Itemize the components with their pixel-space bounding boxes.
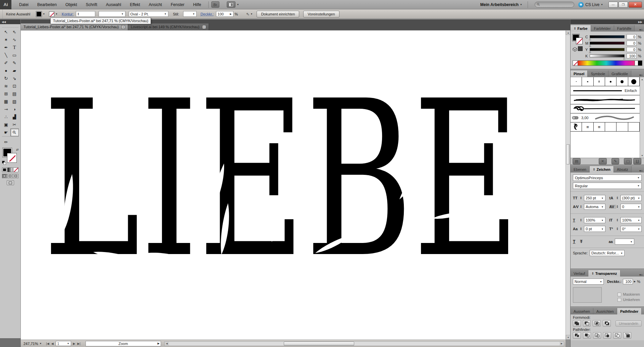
vertical-scrollbar[interactable]: ▲ ▼ — [566, 30, 570, 340]
tab-ausrichten[interactable]: Ausrichten — [593, 308, 617, 314]
none-paint-button[interactable] — [13, 167, 18, 172]
artboard-number-dropdown[interactable]: 1 ▼ — [56, 341, 71, 346]
rotate-tool[interactable]: ↻ — [2, 75, 10, 82]
menu-ansicht[interactable]: Ansicht — [145, 0, 166, 9]
fill-color-arrow-icon[interactable]: ▼ — [43, 13, 45, 15]
tab-farbhilfe[interactable]: Farbhilfe — [614, 25, 635, 32]
direct-selection-tool[interactable]: ⇖ — [10, 28, 19, 36]
draw-normal-button[interactable] — [2, 174, 7, 178]
previous-artboard-button[interactable]: ◀ — [51, 342, 54, 345]
yellow-slider[interactable]: △ — [590, 48, 625, 51]
intersect-button[interactable] — [593, 320, 601, 327]
umkehren-checkbox[interactable]: Umkehren — [618, 297, 640, 302]
horizontal-scrollbar[interactable]: ◀ ▶ — [164, 341, 564, 346]
kerning-stepper[interactable]: ▲▼ — [580, 205, 583, 208]
magic-wand-tool[interactable]: ✶ — [2, 36, 10, 44]
blend-mode-dropdown[interactable]: Normal ▼ — [573, 279, 604, 285]
trim-button[interactable] — [583, 332, 591, 339]
scroll-right-icon[interactable]: ▶ — [559, 342, 564, 346]
width-profile-dropdown[interactable]: ▼ — [99, 11, 125, 17]
stroke-weight-field[interactable]: ▲▼ — [76, 11, 95, 17]
strikethrough-button[interactable]: T — [580, 239, 582, 244]
color-stroke-swatch[interactable] — [576, 38, 583, 44]
font-style-dropdown[interactable]: Regular ▼ — [573, 183, 642, 189]
lasso-tool[interactable]: ∿ — [10, 36, 19, 44]
status-flyout-icon[interactable]: ▶ — [158, 342, 160, 345]
transparency-opacity-flyout-icon[interactable]: ▶ — [634, 280, 636, 283]
font-family-dropdown[interactable]: OptimusPrinceps ▼ — [573, 175, 642, 181]
draw-inside-button[interactable] — [13, 174, 18, 178]
unite-button[interactable] — [573, 320, 581, 327]
black-value-field[interactable]: 100 — [627, 53, 637, 58]
menu-schrift[interactable]: Schrift — [82, 0, 102, 9]
divide-button[interactable] — [573, 332, 581, 339]
document-tab-lovescript[interactable]: Lovescript.ai bei 149 % (CMYK/Vorschau) … — [128, 23, 209, 30]
ornament-brush-row[interactable] — [571, 104, 644, 113]
brush-list-scrollbar[interactable]: ▲ ▼ — [640, 77, 644, 158]
symbol-sprayer-tool[interactable]: ∴ — [2, 113, 10, 121]
pattern-brush-row[interactable]: ≡ ≡ — [571, 122, 644, 132]
search-input[interactable]: ⚲ — [535, 2, 574, 7]
document-setup-button[interactable]: Dokument einrichten — [257, 11, 299, 17]
stroke-weight-stepper[interactable]: ▲▼ — [77, 12, 81, 16]
pattern-corner-tile[interactable] — [571, 122, 582, 131]
black-slider[interactable]: △ — [590, 54, 625, 57]
brush-dot-3[interactable] — [594, 77, 605, 86]
remove-brush-stroke-icon[interactable]: ✕ — [599, 158, 607, 164]
scale-tool[interactable]: ⇘ — [10, 75, 19, 82]
selection-tool[interactable]: ↖ — [2, 28, 10, 36]
knife-tool[interactable]: ✏ — [2, 138, 10, 146]
pen-tool[interactable]: ✒ — [2, 44, 10, 51]
pencil-tool[interactable]: ✎ — [10, 59, 19, 67]
perspective-grid-tool[interactable]: ▤ — [10, 90, 19, 98]
free-transform-tool[interactable]: ⊡ — [10, 82, 19, 90]
tools-panel-header[interactable]: ◀◀ — [0, 19, 20, 24]
tab-symbole[interactable]: Symbole — [588, 70, 608, 77]
language-dropdown[interactable]: Deutsch: Refor... ▼ — [590, 250, 625, 256]
transparency-opacity-field[interactable]: 100 — [623, 279, 633, 284]
gradient-paint-button[interactable] — [7, 167, 13, 172]
opacity-panel-link[interactable]: Deckkr.: — [201, 12, 214, 16]
brush-libraries-icon[interactable]: ▤ — [573, 158, 581, 164]
brush-dot-5[interactable] — [616, 77, 628, 86]
arrange-documents-button[interactable] — [227, 1, 235, 8]
tools-panel-grip[interactable] — [2, 25, 18, 28]
brush-dot-4[interactable] — [605, 77, 616, 86]
status-tool-display[interactable]: Zoom ▶ — [86, 341, 161, 346]
tab-farbfelder[interactable]: Farbfelder — [591, 25, 614, 32]
font-size-stepper[interactable]: ▲▼ — [580, 196, 583, 200]
pathfinder-panel-menu-icon[interactable]: ▼≡ — [642, 311, 644, 314]
dock-header[interactable]: ▶▶ — [571, 19, 644, 24]
restore-button[interactable]: ❐ — [619, 2, 628, 8]
type-tool[interactable]: T — [10, 44, 19, 51]
rotation-dropdown[interactable]: 0° ▼ — [621, 226, 642, 232]
cyan-slider[interactable]: △ — [590, 35, 625, 38]
tab-absatz[interactable]: Absatz — [614, 166, 632, 172]
menu-objekt[interactable]: Objekt — [61, 0, 82, 9]
tab-transparenz[interactable]: ⇕ Transparenz — [588, 270, 620, 277]
horizontal-scroll-thumb[interactable] — [284, 342, 354, 346]
yellow-value-field[interactable]: 0 — [627, 47, 637, 52]
select-similar-arrow-icon[interactable]: ▼ — [250, 13, 253, 15]
character-panel-menu-icon[interactable]: ▼≡ — [637, 169, 644, 172]
v-scale-stepper[interactable]: ▲▼ — [616, 218, 620, 222]
spectrum-gradient[interactable] — [578, 61, 635, 65]
cyan-value-field[interactable]: 0 — [627, 34, 637, 39]
brush-dot-2[interactable] — [582, 77, 593, 86]
color-panel-menu-icon[interactable]: ▼≡ — [637, 29, 644, 32]
paintbrush-tool[interactable]: ✐ — [2, 59, 10, 67]
zoom-level-dropdown[interactable]: 247,71% ▼ — [23, 342, 42, 346]
crop-button[interactable] — [603, 332, 611, 339]
menu-hilfe[interactable]: Hilfe — [189, 0, 206, 9]
fill-color-swatch[interactable] — [36, 11, 42, 17]
baseline-stepper[interactable]: ▲▼ — [580, 227, 583, 231]
pattern-side-tile-2[interactable]: ≡ — [594, 122, 605, 131]
vertical-scroll-thumb[interactable] — [566, 144, 570, 164]
stroke-color-arrow-icon[interactable]: ▼ — [55, 13, 58, 15]
leading-stepper[interactable]: ▲▼ — [616, 196, 620, 200]
close-button[interactable]: ✕ — [629, 2, 642, 8]
blob-brush-tool[interactable]: ● — [2, 67, 10, 75]
document-tab-liebes-poster[interactable]: Tutorial_Liebes-Poster.ai* bei 247,71 % … — [21, 23, 128, 30]
brushes-panel-menu-icon[interactable]: ▼≡ — [637, 74, 644, 77]
eraser-tool[interactable]: ▰ — [10, 67, 19, 75]
